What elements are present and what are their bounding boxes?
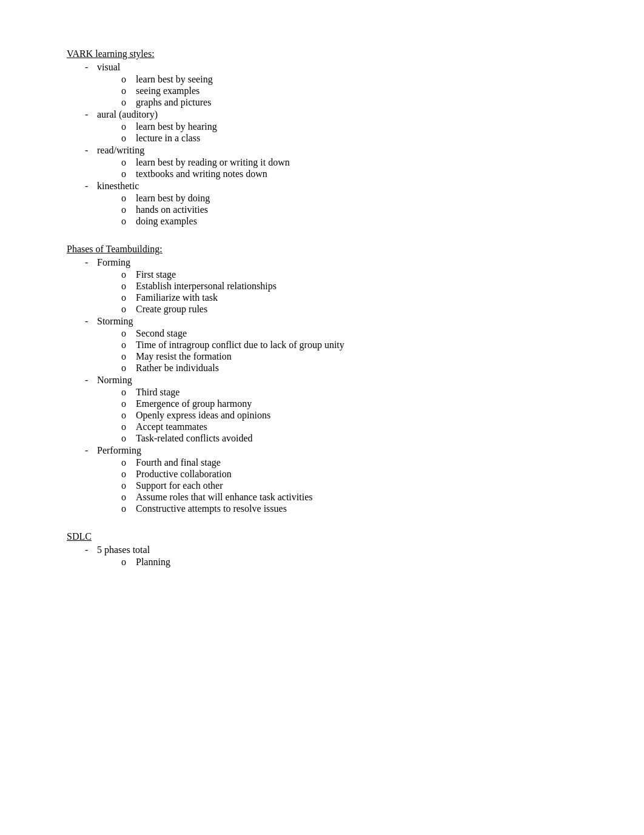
list-item: oThird stage: [121, 387, 583, 398]
o-bullet: o: [121, 503, 131, 514]
o-bullet: o: [121, 328, 131, 339]
level1-group: -NormingoThird stageoEmergence of group …: [85, 375, 583, 444]
o-bullet: o: [121, 74, 131, 85]
o-bullet: o: [121, 204, 131, 215]
list-item: oEstablish interpersonal relationships: [121, 281, 583, 292]
section-title-vark: VARK learning styles:: [67, 49, 583, 59]
level2-group: oFirst stageoEstablish interpersonal rel…: [121, 269, 583, 315]
o-bullet: o: [121, 492, 131, 503]
subitem-label: textbooks and writing notes down: [136, 169, 267, 179]
level1-item: -kinesthetic: [85, 181, 583, 192]
list-item: olearn best by hearing: [121, 121, 583, 132]
section-teambuilding: Phases of Teambuilding:-FormingoFirst st…: [67, 244, 583, 514]
item-label: Storming: [97, 316, 133, 327]
o-bullet: o: [121, 480, 131, 491]
item-label: Norming: [97, 375, 132, 386]
list-item: oAssume roles that will enhance task act…: [121, 492, 583, 503]
dash-bullet: -: [85, 545, 92, 555]
list-item: oProductive collaboration: [121, 469, 583, 480]
level1-group: -aural (auditory)olearn best by hearingo…: [85, 109, 583, 144]
level1-item: -aural (auditory): [85, 109, 583, 120]
level1-item: -5 phases total: [85, 545, 583, 555]
level1-item: -Forming: [85, 257, 583, 268]
list-item: oTask-related conflicts avoided: [121, 433, 583, 444]
subitem-label: Openly express ideas and opinions: [136, 410, 270, 421]
subitem-label: Time of intragroup conflict due to lack …: [136, 340, 344, 350]
o-bullet: o: [121, 281, 131, 292]
list-item: otextbooks and writing notes down: [121, 169, 583, 179]
subitem-label: learn best by reading or writing it down: [136, 157, 290, 168]
dash-bullet: -: [85, 375, 92, 386]
dash-bullet: -: [85, 445, 92, 456]
list-item: olecture in a class: [121, 133, 583, 144]
o-bullet: o: [121, 97, 131, 108]
item-label: Forming: [97, 257, 130, 268]
level2-group: olearn best by reading or writing it dow…: [121, 157, 583, 179]
list-item: oAccept teammates: [121, 421, 583, 432]
subitem-label: Productive collaboration: [136, 469, 232, 480]
level2-group: oSecond stageoTime of intragroup conflic…: [121, 328, 583, 374]
o-bullet: o: [121, 433, 131, 444]
subitem-label: Second stage: [136, 328, 187, 339]
dash-bullet: -: [85, 62, 92, 73]
level1-group: -5 phases totaloPlanning: [85, 545, 583, 568]
level1-item: -Norming: [85, 375, 583, 386]
item-label: aural (auditory): [97, 109, 158, 120]
list-item: oCreate group rules: [121, 304, 583, 315]
o-bullet: o: [121, 351, 131, 362]
list-item: olearn best by seeing: [121, 74, 583, 85]
o-bullet: o: [121, 193, 131, 204]
list-item: oSecond stage: [121, 328, 583, 339]
level1-item: -visual: [85, 62, 583, 73]
section-vark: VARK learning styles:-visualolearn best …: [67, 49, 583, 227]
subitem-label: Accept teammates: [136, 421, 207, 432]
level2-group: oThird stageoEmergence of group harmonyo…: [121, 387, 583, 444]
o-bullet: o: [121, 133, 131, 144]
list-item: olearn best by reading or writing it dow…: [121, 157, 583, 168]
subitem-label: Support for each other: [136, 480, 223, 491]
o-bullet: o: [121, 169, 131, 179]
level1-group: -kinestheticolearn best by doingohands o…: [85, 181, 583, 227]
level2-group: oFourth and final stageoProductive colla…: [121, 457, 583, 514]
o-bullet: o: [121, 86, 131, 96]
o-bullet: o: [121, 121, 131, 132]
o-bullet: o: [121, 157, 131, 168]
subitem-label: learn best by seeing: [136, 74, 213, 85]
level1-group: -PerformingoFourth and final stageoProdu…: [85, 445, 583, 514]
o-bullet: o: [121, 469, 131, 480]
o-bullet: o: [121, 387, 131, 398]
list-item: oseeing examples: [121, 86, 583, 96]
o-bullet: o: [121, 410, 131, 421]
level1-item: -read/writing: [85, 145, 583, 156]
list-item: olearn best by doing: [121, 193, 583, 204]
o-bullet: o: [121, 557, 131, 568]
dash-bullet: -: [85, 145, 92, 156]
dash-bullet: -: [85, 109, 92, 120]
subitem-label: Task-related conflicts avoided: [136, 433, 253, 444]
subitem-label: Familiarize with task: [136, 292, 218, 303]
level2-group: olearn best by seeingoseeing examplesogr…: [121, 74, 583, 108]
item-label: kinesthetic: [97, 181, 139, 192]
subitem-label: Fourth and final stage: [136, 457, 221, 468]
list-item: oFamiliarize with task: [121, 292, 583, 303]
subitem-label: learn best by hearing: [136, 121, 217, 132]
item-label: Performing: [97, 445, 141, 456]
list-item: oEmergence of group harmony: [121, 398, 583, 409]
subitem-label: First stage: [136, 269, 176, 280]
level1-item: -Storming: [85, 316, 583, 327]
level2-group: olearn best by hearingolecture in a clas…: [121, 121, 583, 144]
list-item: oFourth and final stage: [121, 457, 583, 468]
subitem-label: Establish interpersonal relationships: [136, 281, 277, 292]
list-item: ographs and pictures: [121, 97, 583, 108]
list-item: oPlanning: [121, 557, 583, 568]
subitem-label: doing examples: [136, 216, 197, 227]
o-bullet: o: [121, 421, 131, 432]
o-bullet: o: [121, 457, 131, 468]
subitem-label: Assume roles that will enhance task acti…: [136, 492, 312, 503]
level1-group: -FormingoFirst stageoEstablish interpers…: [85, 257, 583, 315]
list-item: oRather be individuals: [121, 363, 583, 374]
subitem-label: hands on activities: [136, 204, 208, 215]
subitem-label: Constructive attempts to resolve issues: [136, 503, 287, 514]
level2-group: olearn best by doingohands on activities…: [121, 193, 583, 227]
o-bullet: o: [121, 363, 131, 374]
